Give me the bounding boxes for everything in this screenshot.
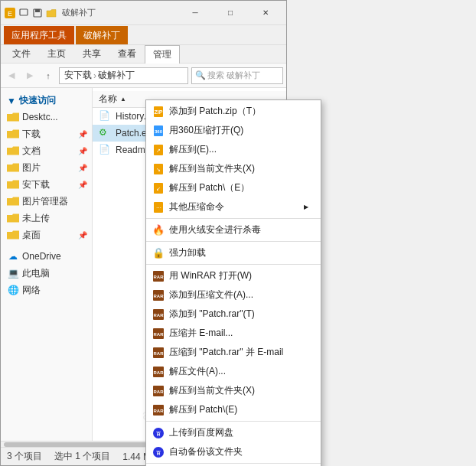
ctx-more-zip[interactable]: ⋯ 其他压缩命令 (146, 197, 321, 217)
tab-manage[interactable]: 管理 (145, 45, 180, 64)
sidebar-item-desktop2[interactable]: 桌面 📌 (1, 226, 92, 243)
winrar-icon: RAR (152, 385, 165, 397)
ctx-label: 解压到当前文件夹(X) (169, 384, 308, 397)
sidebar-item-unuploaded[interactable]: 未上传 (1, 210, 92, 226)
address-bar: ◀ ▶ ↑ 安下载 › 破解补丁 🔍 搜索 破解补丁 (1, 64, 286, 88)
search-placeholder: 搜索 破解补丁 (207, 70, 260, 81)
svg-text:百: 百 (156, 451, 161, 455)
ctx-winrar-extract[interactable]: RAR 解压文件(A)... (146, 362, 321, 381)
ctx-label: 压缩并 E-mail... (169, 327, 308, 340)
folder-icon (7, 128, 19, 140)
svg-text:RAR: RAR (154, 351, 165, 356)
svg-text:↘: ↘ (156, 167, 161, 172)
ctx-winrar-addpatch[interactable]: RAR 添加到 "Patch.rar"(T) (146, 305, 321, 324)
tab-share[interactable]: 共享 (74, 44, 109, 63)
quick-access-label: 快速访问 (19, 94, 56, 107)
sidebar-item-download[interactable]: 下载 📌 (1, 125, 92, 142)
sidebar-quick-access[interactable]: ▼ 快速访问 (1, 91, 92, 109)
save-icon[interactable] (31, 7, 44, 19)
sidebar-item-documents[interactable]: 文档 📌 (1, 142, 92, 159)
back-button[interactable]: ◀ (4, 68, 19, 83)
extract-here-icon: ↘ (152, 163, 165, 175)
total-items: 3 个项目 (7, 450, 42, 463)
txt-icon: 📄 (99, 110, 111, 122)
sidebar-item-anzaixia[interactable]: 安下载 📌 (1, 176, 92, 193)
ctx-label: 压缩到 "Patch.rar" 并 E-mail (169, 346, 308, 359)
svg-rect-4 (35, 9, 40, 12)
sidebar-label: 图片 (22, 161, 41, 174)
tab-home[interactable]: 主页 (39, 44, 74, 63)
sidebar-item-network[interactable]: 🌐 网络 (1, 282, 92, 298)
close-button[interactable]: ✕ (248, 1, 283, 25)
ctx-baidu-upload[interactable]: 百 上传到百度网盘 (146, 423, 321, 442)
sidebar-label: 网络 (22, 284, 41, 297)
ctx-label: 解压到 Patch\（E） (169, 181, 308, 194)
sidebar-item-photo-manager[interactable]: 图片管理器 (1, 193, 92, 210)
sidebar: ▼ 快速访问 Desktc... 下载 📌 文档 📌 图片 📌 (1, 88, 93, 441)
svg-text:RAR: RAR (154, 275, 165, 279)
ctx-label: 添加到 Patch.zip（T） (169, 105, 308, 118)
sidebar-label: 桌面 (22, 229, 41, 242)
up-button[interactable]: ↑ (41, 68, 56, 83)
minimize-button[interactable]: ─ (178, 1, 213, 25)
sidebar-item-thispc[interactable]: 💻 此电脑 (1, 265, 92, 282)
tab-view[interactable]: 查看 (109, 44, 145, 63)
title-text: 破解补丁 (62, 7, 96, 18)
svg-text:↗: ↗ (156, 148, 161, 153)
ctx-winrar-email[interactable]: RAR 压缩并 E-mail... (146, 324, 321, 343)
ctx-extract-to[interactable]: ↗ 解压到(E)... (146, 140, 321, 159)
svg-rect-2 (20, 9, 28, 15)
ctx-force-uninstall[interactable]: 🔒 强力卸载 (146, 243, 321, 262)
title-bar: E 破解补丁 ─ □ ✕ (1, 1, 286, 25)
ctx-winrar-add[interactable]: RAR 添加到压缩文件(A)... (146, 285, 321, 305)
sidebar-label: 此电脑 (22, 267, 50, 280)
sidebar-item-pictures[interactable]: 图片 📌 (1, 159, 92, 176)
winrar-icon: RAR (152, 404, 165, 416)
tab-crack-patch[interactable]: 破解补丁 (76, 26, 128, 44)
winrar-icon: RAR (152, 328, 165, 340)
more-zip-icon: ⋯ (152, 201, 165, 213)
ctx-winrar-extract-here[interactable]: RAR 解压到当前文件夹(X) (146, 381, 321, 400)
separator (146, 264, 321, 265)
ctx-winrar-patchemail[interactable]: RAR 压缩到 "Patch.rar" 并 E-mail (146, 343, 321, 362)
tab-file[interactable]: 文件 (4, 44, 39, 63)
txt-icon: 📄 (99, 144, 111, 156)
svg-text:RAR: RAR (154, 332, 165, 337)
ctx-extract-here[interactable]: ↘ 解压到当前文件夹(X) (146, 159, 321, 178)
search-box[interactable]: 🔍 搜索 破解补丁 (191, 67, 283, 84)
svg-text:360: 360 (155, 129, 163, 134)
ctx-extract-patch[interactable]: ↙ 解压到 Patch\（E） (146, 178, 321, 197)
uninstall-icon: 🔒 (152, 247, 165, 259)
ctx-label: 上传到百度网盘 (169, 426, 308, 439)
svg-text:RAR: RAR (154, 370, 165, 375)
pin-icon: 📌 (78, 164, 87, 172)
path-separator: › (93, 70, 96, 81)
folder-icon (7, 195, 19, 207)
ctx-winrar-open[interactable]: RAR 用 WinRAR 打开(W) (146, 266, 321, 285)
ctx-winrar-extract-patch[interactable]: RAR 解压到 Patch\(E) (146, 400, 321, 419)
baidu-icon: 百 (152, 446, 165, 458)
baidu-icon: 百 (152, 427, 165, 439)
forward-button[interactable]: ▶ (22, 68, 37, 83)
address-path[interactable]: 安下载 › 破解补丁 (59, 67, 188, 84)
svg-text:百: 百 (156, 432, 161, 436)
ctx-360zip[interactable]: 360 用360压缩打开(Q) (146, 121, 321, 140)
ctx-fire-antivirus[interactable]: 🔥 使用火绒安全进行杀毒 (146, 220, 321, 240)
folder-icon (7, 212, 19, 224)
sidebar-label: Desktc... (22, 112, 58, 122)
cloud-icon: ☁ (7, 250, 19, 262)
ctx-label: 解压文件(A)... (169, 365, 308, 378)
sidebar-label: 下载 (22, 128, 41, 141)
winrar-icon: RAR (152, 270, 165, 282)
sidebar-item-desktop[interactable]: Desktc... (1, 109, 92, 125)
ctx-add-to-zip[interactable]: ZIP 添加到 Patch.zip（T） (146, 102, 321, 121)
separator (146, 241, 321, 242)
maximize-button[interactable]: □ (213, 1, 248, 25)
quick-access-icon[interactable] (18, 7, 30, 19)
svg-text:RAR: RAR (154, 313, 165, 318)
pin-icon: 📌 (78, 231, 87, 240)
tab-app-tools[interactable]: 应用程序工具 (4, 26, 74, 44)
sidebar-item-onedrive[interactable]: ☁ OneDrive (1, 248, 92, 265)
ctx-baidu-backup[interactable]: 百 自动备份该文件夹 (146, 442, 321, 461)
folder-icon-tb[interactable] (45, 7, 57, 19)
